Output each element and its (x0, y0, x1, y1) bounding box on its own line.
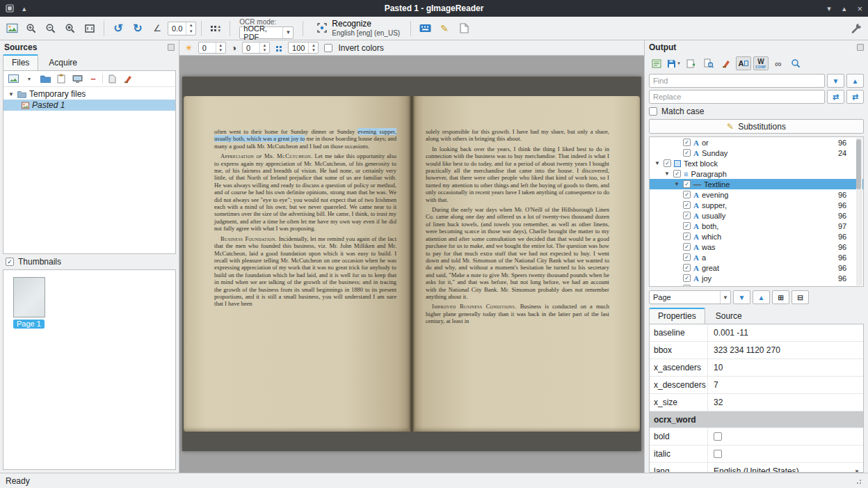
scanned-image[interactable]: often went to their home for Sunday dinn… (182, 77, 641, 451)
clear-output-button[interactable] (718, 56, 734, 70)
find-input[interactable] (649, 74, 825, 88)
word-tree-row[interactable]: ASunday24 (650, 148, 863, 158)
word-tree-row[interactable]: Aboth,97 (650, 221, 863, 231)
property-value[interactable] (708, 446, 863, 462)
zoom-fit-icon[interactable] (61, 19, 79, 38)
tab-acquire[interactable]: Acquire (40, 55, 86, 70)
screenshot-button[interactable] (70, 72, 84, 85)
row-checkbox[interactable] (683, 212, 691, 219)
expander-icon[interactable]: ▼ (654, 160, 661, 166)
export-output-button[interactable] (684, 56, 699, 70)
page-down-icon[interactable]: ▼ (217, 29, 221, 33)
ocr-mode-select[interactable]: hOCR, PDF ▼ (239, 26, 294, 39)
brightness-spinner[interactable]: 0 ▲▼ (198, 42, 226, 54)
recognize-button[interactable]: Recognize English [eng] (en_US) (311, 19, 405, 38)
resolution-spinner[interactable]: 100 ▲▼ (288, 42, 319, 54)
resolution-up-icon[interactable]: ▲ (309, 42, 318, 48)
delete-source-button[interactable] (105, 72, 119, 85)
word-tree-row[interactable]: ▼Text block (650, 158, 863, 168)
word-tree-row[interactable]: Agreat96 (650, 262, 863, 273)
prev-item-button[interactable]: ▲ (753, 290, 770, 304)
row-checkbox[interactable] (673, 170, 681, 178)
row-checkbox[interactable] (683, 139, 691, 146)
open-image-button[interactable] (3, 19, 21, 38)
shade-window-icon[interactable]: ▴ (22, 5, 26, 13)
contrast-up-icon[interactable]: ▲ (260, 42, 269, 48)
zoom-in-icon[interactable] (22, 19, 40, 38)
edit-pen-button[interactable]: ✎ (435, 19, 453, 38)
resize-grip-icon[interactable] (856, 478, 862, 484)
tree-scrollbar[interactable] (856, 138, 862, 285)
row-checkbox[interactable] (683, 222, 691, 230)
panel-pin-icon[interactable] (168, 44, 175, 51)
row-checkbox[interactable] (683, 180, 691, 188)
rotation-up-icon[interactable]: ▲ (186, 22, 195, 29)
bold-checkbox[interactable] (714, 432, 722, 441)
word-tree-row[interactable]: ▼—Textline (650, 179, 863, 189)
zoom-original-icon[interactable] (81, 19, 99, 38)
replace-all-button[interactable]: ⇄ (846, 90, 864, 104)
row-checkbox[interactable] (683, 243, 691, 251)
row-checkbox[interactable] (683, 149, 691, 157)
replace-input[interactable] (649, 90, 825, 104)
add-images-button[interactable] (6, 72, 20, 85)
next-item-button[interactable]: ▼ (733, 290, 750, 304)
expander-icon[interactable]: ▼ (673, 181, 680, 187)
property-value[interactable]: 323 234 1120 270 (708, 342, 863, 359)
save-output-button[interactable]: ▼ (666, 56, 682, 70)
find-next-button[interactable]: ▼ (827, 74, 844, 88)
collapse-all-button[interactable]: ⊟ (791, 290, 809, 304)
row-checkbox[interactable] (683, 274, 691, 282)
panel-pin-icon[interactable] (857, 44, 864, 51)
tab-files[interactable]: Files (3, 54, 38, 70)
paste-button[interactable] (54, 72, 68, 85)
contrast-down-icon[interactable]: ▼ (260, 48, 269, 54)
link-icon[interactable]: ∞ (771, 56, 786, 70)
expander-icon[interactable]: ▼ (8, 91, 15, 97)
add-folder-button[interactable] (38, 72, 52, 85)
expand-all-button[interactable]: ⊞ (772, 290, 789, 304)
resolution-down-icon[interactable]: ▼ (309, 48, 318, 54)
brightness-down-icon[interactable]: ▼ (216, 48, 225, 54)
rotate-right-icon[interactable]: ↻ (129, 19, 147, 38)
page-select[interactable]: Page ▼ (649, 290, 731, 304)
word-tree-row[interactable]: Aevening96 (650, 189, 863, 200)
rotation-spinner[interactable]: 0.0 ▲▼ (168, 22, 196, 36)
match-case-checkbox[interactable] (649, 107, 657, 116)
find-replace-toggle[interactable]: A (736, 56, 751, 70)
italic-checkbox[interactable] (714, 450, 722, 458)
word-tree-row[interactable]: Awhich96 (650, 231, 863, 242)
close-icon[interactable]: × (857, 4, 862, 13)
row-checkbox[interactable] (683, 264, 691, 271)
thumbnails-checkbox[interactable] (6, 258, 14, 266)
page-spinner[interactable]: ▲▼ (207, 19, 225, 38)
row-checkbox[interactable] (683, 285, 691, 287)
expander-icon[interactable]: ▼ (664, 171, 670, 177)
brightness-value[interactable]: 0 (199, 42, 216, 53)
row-checkbox[interactable] (683, 233, 691, 240)
tab-properties[interactable]: Properties (649, 308, 705, 324)
word-confidence-toggle[interactable]: WCONF (753, 56, 769, 70)
word-tree-row[interactable]: Ajoy96 (650, 273, 863, 283)
image-canvas[interactable]: often went to their home for Sunday dinn… (179, 56, 644, 473)
settings-wrench-icon[interactable] (847, 19, 865, 38)
find-prev-button[interactable]: ▲ (846, 74, 864, 88)
minimize-icon[interactable]: ▾ (827, 5, 831, 13)
contrast-value[interactable]: 0 (243, 42, 259, 53)
property-value[interactable] (708, 428, 863, 445)
rotation-value[interactable]: 0.0 (168, 22, 186, 35)
rotation-down-icon[interactable]: ▼ (186, 29, 195, 35)
tab-source[interactable]: Source (707, 308, 751, 324)
word-tree-row[interactable]: Ausually96 (650, 210, 863, 221)
property-value[interactable]: English (United States)▼ (708, 463, 863, 473)
clear-sources-button[interactable] (121, 72, 135, 85)
new-document-button[interactable] (455, 19, 473, 38)
open-hocr-button[interactable] (649, 56, 664, 70)
substitutions-button[interactable]: ✎ Substitutions (649, 119, 864, 134)
thumbnail-item[interactable]: Page 1 (13, 277, 166, 329)
word-tree-row[interactable]: Ato96 (650, 283, 863, 287)
word-tree-row[interactable]: ▼≡Paragraph (650, 168, 863, 179)
preview-output-button[interactable] (701, 56, 716, 70)
row-checkbox[interactable] (683, 191, 691, 198)
tree-row-folder[interactable]: ▼ Temporary files (3, 88, 175, 100)
